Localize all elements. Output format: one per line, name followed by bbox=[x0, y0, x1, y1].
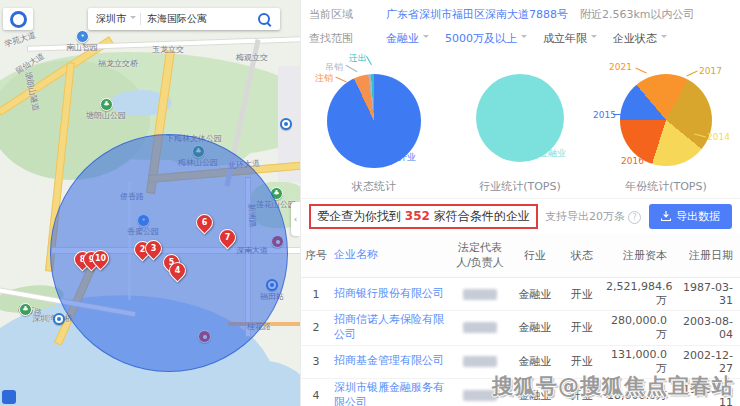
pie-slice-label: 2021 bbox=[609, 62, 632, 72]
chevron-down-icon bbox=[521, 35, 527, 41]
legal-rep-cell bbox=[451, 354, 509, 369]
chart-title: 状态统计 bbox=[301, 179, 447, 194]
pie-slice-label: 2014 bbox=[707, 132, 730, 142]
table-cell: 开业 bbox=[561, 285, 603, 304]
company-name-link[interactable]: 深圳市银雁金融服务有限公司 bbox=[331, 379, 451, 406]
leader-line bbox=[530, 149, 538, 150]
company-name-link[interactable]: 招商银行股份有限公司 bbox=[331, 285, 451, 304]
map-label: 南山智园 bbox=[66, 42, 98, 53]
redacted-blur bbox=[463, 322, 497, 333]
chart-title: 年份统计(TOPS) bbox=[593, 179, 739, 194]
leader-line bbox=[335, 77, 346, 83]
pie-slice-label: 迁出 bbox=[349, 52, 367, 65]
result-count: 352 bbox=[405, 209, 430, 223]
logo-ring-icon bbox=[10, 11, 27, 28]
divider bbox=[140, 13, 141, 25]
chevron-down-icon bbox=[591, 35, 597, 41]
filter-dropdown-3[interactable]: 企业状态 bbox=[613, 31, 667, 46]
table-cell: 4 bbox=[301, 387, 331, 404]
table-cell: 开业 bbox=[561, 318, 603, 337]
result-suffix: 家符合条件的企业 bbox=[430, 209, 530, 223]
chart-年份统计(TOPS): 20212017201420162015年份统计(TOPS) bbox=[593, 52, 739, 198]
current-area-row: 当前区域 广东省深圳市福田区深南大道7888号 附近2.563km以内公司 bbox=[301, 0, 740, 26]
filter-label: 查找范围 bbox=[309, 31, 353, 46]
city-selector[interactable]: 深圳市 bbox=[88, 12, 130, 26]
current-area-range: 附近2.563km以内公司 bbox=[580, 7, 695, 22]
table-header-1: 企业名称 bbox=[331, 246, 451, 265]
table-row[interactable]: 1招商银行股份有限公司金融业开业2,521,984.6万1987-03-31 bbox=[301, 278, 740, 311]
map-logo-badge bbox=[3, 8, 33, 30]
info-icon[interactable]: ? bbox=[628, 211, 641, 224]
leader-line bbox=[346, 65, 358, 72]
table-header-row: 序号企业名称法定代表人/负责人行业状态注册资本注册日期 bbox=[301, 233, 740, 278]
panel-collapse-handle[interactable]: ‹ bbox=[291, 202, 300, 236]
result-row: 爱企查为你找到 352 家符合条件的企业 支持导出20万条? 导出数据 bbox=[301, 199, 740, 233]
pie-slice-label: 2016 bbox=[621, 156, 644, 166]
table-row[interactable]: 2招商信诺人寿保险有限公司金融业开业280,000.0万2003-08-04 bbox=[301, 311, 740, 346]
poi-park-icon: ♣ bbox=[100, 98, 113, 111]
table-header-0: 序号 bbox=[301, 246, 331, 265]
table-cell: 金融业 bbox=[509, 318, 561, 337]
search-icon[interactable] bbox=[258, 13, 270, 25]
map-label: 深圳湾大桥 bbox=[32, 313, 72, 324]
download-icon bbox=[661, 211, 671, 221]
watermark: 搜狐号@搜狐焦点宜春站 bbox=[492, 372, 734, 400]
filter-row: 查找范围 金融业5000万及以上成立年限企业状态 bbox=[301, 26, 740, 50]
chart-行业统计(TOPS): 金融业行业统计(TOPS) bbox=[447, 52, 593, 198]
legal-rep-cell bbox=[451, 320, 509, 335]
table-cell: 1 bbox=[301, 286, 331, 303]
company-name-link[interactable]: 招商信诺人寿保险有限公司 bbox=[331, 311, 451, 345]
result-count-banner: 爱企查为你找到 352 家符合条件的企业 bbox=[309, 204, 538, 229]
pie-年份统计(TOPS) bbox=[620, 74, 712, 166]
redacted-blur bbox=[463, 289, 497, 300]
table-header-3: 行业 bbox=[509, 246, 561, 265]
statistics-charts: 开业注销吊销迁出状态统计金融业行业统计(TOPS)202120172014201… bbox=[301, 52, 740, 199]
table-header-6: 注册日期 bbox=[673, 246, 739, 265]
search-input[interactable]: 东海国际公寓 bbox=[147, 12, 258, 26]
app-window: 学苑大道•南山智园留仙大道福龙立交桥玉龙立交梅观立交塘朗山隧道♣塘朗山公园下梅林… bbox=[0, 0, 740, 406]
redacted-blur bbox=[463, 356, 497, 367]
map-search-bar[interactable]: 深圳市 东海国际公寓 bbox=[88, 8, 280, 30]
table-cell: 2003-08-04 bbox=[673, 313, 739, 343]
table-header-2: 法定代表人/负责人 bbox=[451, 238, 509, 273]
filter-items: 金融业5000万及以上成立年限企业状态 bbox=[386, 31, 667, 46]
results-panel: 当前区域 广东省深圳市福田区深南大道7888号 附近2.563km以内公司 查找… bbox=[300, 0, 740, 406]
legal-rep-cell bbox=[451, 287, 509, 302]
map-label: 福龙立交桥 bbox=[98, 58, 138, 69]
company-name-link[interactable]: 招商基金管理有限公司 bbox=[331, 352, 451, 371]
poi-metro-icon bbox=[53, 313, 65, 325]
table-cell: 金融业 bbox=[509, 285, 561, 304]
export-data-button[interactable]: 导出数据 bbox=[649, 204, 732, 229]
poi-metro-icon bbox=[280, 118, 292, 130]
result-prefix: 爱企查为你找到 bbox=[317, 209, 405, 223]
filter-dropdown-2[interactable]: 成立年限 bbox=[543, 31, 597, 46]
pie-slice-label: 开业 bbox=[398, 151, 416, 164]
pie-slice-label: 2015 bbox=[593, 110, 616, 120]
filter-dropdown-0[interactable]: 金融业 bbox=[386, 31, 429, 46]
table-cell: 1987-03-31 bbox=[673, 279, 739, 309]
chevron-down-icon bbox=[661, 35, 667, 41]
table-cell: 金融业 bbox=[509, 352, 561, 371]
export-hint: 支持导出20万条? bbox=[545, 209, 641, 224]
pie-slice-label: 金融业 bbox=[539, 147, 566, 160]
current-area-label: 当前区域 bbox=[309, 7, 353, 22]
poi-park-icon: ♣ bbox=[19, 303, 32, 316]
table-cell: 280,000.0万 bbox=[603, 312, 673, 344]
table-cell: 3 bbox=[301, 353, 331, 370]
current-area-address[interactable]: 广东省深圳市福田区深南大道7888号 bbox=[386, 7, 568, 22]
table-cell: 2 bbox=[301, 319, 331, 336]
map-canvas[interactable]: 学苑大道•南山智园留仙大道福龙立交桥玉龙立交梅观立交塘朗山隧道♣塘朗山公园下梅林… bbox=[0, 0, 300, 406]
leader-line bbox=[635, 68, 646, 74]
map-label: 梅观立交 bbox=[236, 52, 268, 63]
chevron-down-icon bbox=[130, 16, 136, 22]
pie-slice-label: 吊销 bbox=[325, 61, 343, 74]
pie-slice-label: 2017 bbox=[699, 66, 722, 76]
poi-blue-icon: • bbox=[76, 30, 89, 43]
filter-dropdown-1[interactable]: 5000万及以上 bbox=[445, 31, 527, 46]
map-control-badge[interactable] bbox=[2, 390, 16, 404]
table-cell: 开业 bbox=[561, 352, 603, 371]
chevron-down-icon bbox=[423, 35, 429, 41]
table-header-4: 状态 bbox=[561, 246, 603, 265]
chart-状态统计: 开业注销吊销迁出状态统计 bbox=[301, 52, 447, 198]
map-label: 玉龙立交 bbox=[152, 44, 184, 55]
